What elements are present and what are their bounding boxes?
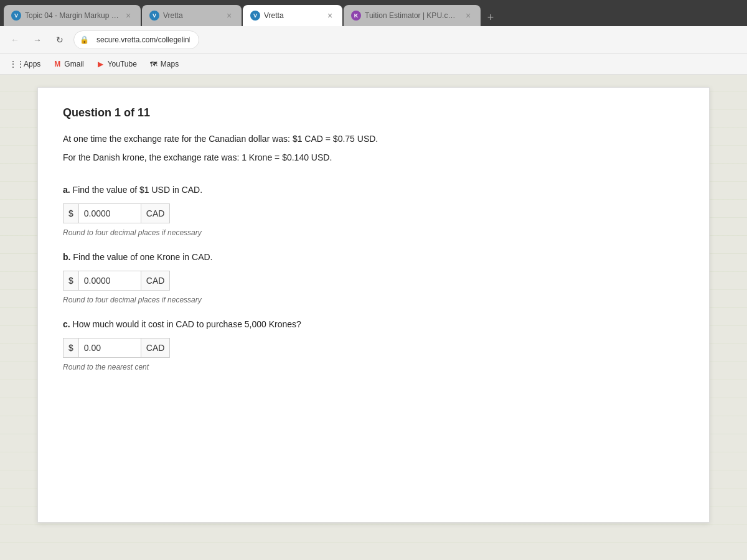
lock-icon: 🔒: [80, 35, 89, 44]
apps-grid-icon: ⋮⋮: [12, 60, 21, 68]
part-c-text: How much would it cost in CAD to purchas…: [73, 319, 301, 329]
bookmark-maps-label: Maps: [161, 60, 179, 68]
bookmarks-bar: ⋮⋮ Apps M Gmail ▶ YouTube 🗺 Maps: [0, 54, 747, 75]
question-header: Question 1 of 11: [63, 106, 684, 119]
tab-title-vretta1: Vretta: [163, 11, 220, 20]
part-b-dollar-prefix: $: [63, 271, 78, 291]
tab-close-vretta2[interactable]: ×: [325, 11, 335, 21]
part-b-hint: Round to four decimal places if necessar…: [63, 296, 684, 304]
reload-button[interactable]: ↻: [51, 31, 68, 49]
address-input[interactable]: [73, 30, 199, 49]
bookmark-youtube[interactable]: ▶ YouTube: [92, 58, 142, 70]
back-button[interactable]: ←: [6, 31, 24, 49]
new-tab-button[interactable]: +: [482, 9, 499, 26]
tab-title-tuition: Tuition Estimator | KPU.ca - Kwan: [365, 11, 459, 20]
part-c-input[interactable]: [78, 338, 141, 358]
tab-icon-vretta1: V: [149, 11, 159, 21]
bookmark-youtube-label: YouTube: [108, 60, 137, 68]
maps-icon: 🗺: [149, 60, 158, 68]
part-a-text: Find the value of $1 USD in CAD.: [73, 185, 203, 195]
part-a-question: a. Find the value of $1 USD in CAD.: [63, 185, 684, 195]
bookmark-apps-label: Apps: [24, 60, 40, 68]
tab-bar: V Topic 04 - Margin Markup Marko × V Vre…: [0, 0, 747, 26]
tab-icon-vretta2: V: [250, 11, 260, 21]
tab-close-vretta1[interactable]: ×: [224, 11, 234, 21]
youtube-icon: ▶: [96, 60, 105, 68]
part-c-dollar-prefix: $: [63, 338, 78, 358]
part-c-hint: Round to the nearest cent: [63, 363, 684, 371]
bookmark-maps[interactable]: 🗺 Maps: [144, 58, 184, 70]
tab-vretta2[interactable]: V Vretta ×: [243, 5, 342, 26]
part-a-hint: Round to four decimal places if necessar…: [63, 228, 684, 237]
part-a-dollar-prefix: $: [63, 203, 78, 223]
tab-close-tuition[interactable]: ×: [463, 11, 473, 21]
part-a-unit: CAD: [141, 203, 171, 223]
intro-line1: At one time the exchange rate for the Ca…: [63, 132, 684, 146]
part-c-input-row: $ CAD: [63, 338, 684, 358]
part-c-label: c.: [63, 319, 70, 329]
part-c-question: c. How much would it cost in CAD to purc…: [63, 319, 684, 329]
part-b-text: Find the value of one Krone in CAD.: [73, 252, 212, 262]
bookmark-apps[interactable]: ⋮⋮ Apps: [7, 58, 45, 70]
tab-topic04[interactable]: V Topic 04 - Margin Markup Marko ×: [4, 5, 141, 26]
tab-title-vretta2: Vretta: [264, 11, 321, 20]
part-a-input[interactable]: [78, 203, 141, 223]
part-b-input-row: $ CAD: [63, 271, 684, 291]
part-b-input[interactable]: [78, 271, 141, 291]
bookmark-gmail[interactable]: M Gmail: [48, 58, 88, 70]
tab-vretta1[interactable]: V Vretta ×: [142, 5, 242, 26]
tab-title-topic04: Topic 04 - Margin Markup Marko: [25, 11, 120, 20]
part-a-label: a.: [63, 185, 70, 195]
divider-a: [63, 170, 684, 185]
browser-window: V Topic 04 - Margin Markup Marko × V Vre…: [0, 0, 747, 560]
tab-tuition[interactable]: K Tuition Estimator | KPU.ca - Kwan ×: [344, 5, 481, 26]
address-bar-row: ← → ↻ 🔒: [0, 26, 747, 54]
tab-icon-tuition: K: [351, 11, 361, 21]
part-b-label: b.: [63, 252, 70, 262]
part-b-question: b. Find the value of one Krone in CAD.: [63, 252, 684, 262]
content-area: Question 1 of 11 At one time the exchang…: [0, 75, 747, 560]
forward-button[interactable]: →: [29, 31, 46, 49]
part-c-unit: CAD: [141, 338, 171, 358]
bookmark-gmail-label: Gmail: [64, 60, 83, 68]
tab-icon-topic04: V: [11, 11, 21, 21]
gmail-icon: M: [53, 60, 62, 68]
address-bar-container: 🔒: [73, 30, 741, 49]
intro-line2: For the Danish krone, the exchange rate …: [63, 151, 684, 164]
part-a-input-row: $ CAD: [63, 203, 684, 223]
page-content: Question 1 of 11 At one time the exchang…: [37, 87, 710, 523]
tab-close-topic04[interactable]: ×: [123, 11, 133, 21]
part-b-unit: CAD: [141, 271, 171, 291]
